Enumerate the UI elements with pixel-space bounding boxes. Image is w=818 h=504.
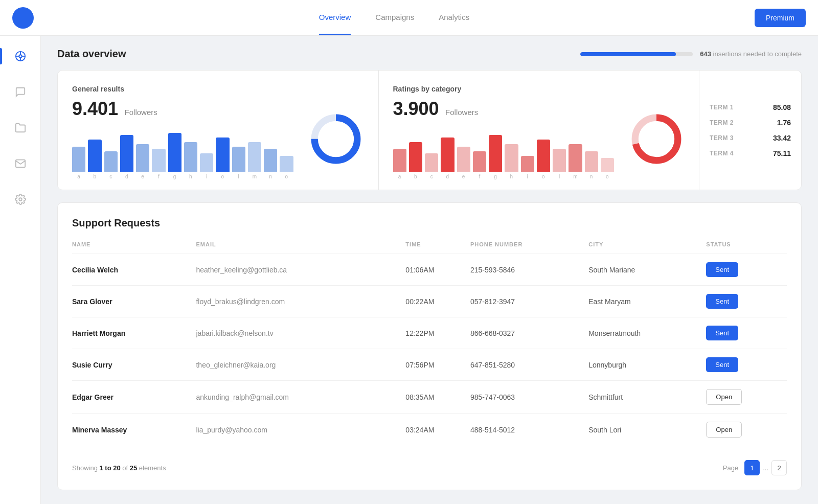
- sidebar-item-mail[interactable]: [10, 153, 31, 174]
- ratings-bar-0: [393, 149, 406, 172]
- general-bar-label-4: e: [136, 174, 149, 179]
- table-row-2: Harriett Morgan jabari.kilback@nelson.tv…: [72, 317, 787, 349]
- general-results-panel: General results 9.401 Followers abcdefgh…: [58, 71, 378, 190]
- cell-phone-5: 488-514-5012: [470, 414, 588, 446]
- term-row-0: TERM 185.08: [710, 103, 791, 111]
- cell-status-3[interactable]: Sent: [706, 349, 787, 381]
- cell-status-4[interactable]: Open: [706, 381, 787, 414]
- ratings-number: 3.900 Followers: [393, 98, 615, 120]
- page-1-button[interactable]: 1: [744, 460, 760, 475]
- general-bar-9: [216, 138, 229, 172]
- cell-time-3: 07:56PM: [405, 349, 470, 381]
- table-row-0: Cecilia Welch heather_keeling@gottlieb.c…: [72, 254, 787, 286]
- term-value-1: 1.76: [777, 119, 791, 127]
- cell-time-4: 08:35AM: [405, 381, 470, 414]
- ratings-donut: [628, 111, 685, 167]
- layout: Data overview 643 insertions needed to c…: [0, 36, 818, 504]
- cell-status-5[interactable]: Open: [706, 414, 787, 446]
- general-bar-chart: [72, 126, 293, 172]
- table-row-5: Minerva Massey lia_purdy@yahoo.com 03:24…: [72, 414, 787, 446]
- ratings-bar-label-7: h: [505, 174, 518, 179]
- general-bar-labels: abcdefghiolmno: [72, 174, 293, 179]
- general-bar-label-7: h: [184, 174, 197, 179]
- cell-city-4: Schmittfurt: [588, 381, 706, 414]
- cell-city-1: East Maryam: [588, 286, 706, 317]
- logo: [12, 7, 34, 29]
- general-bar-label-13: o: [280, 174, 293, 179]
- cell-email-3: theo_gleichner@kaia.org: [196, 349, 405, 381]
- pagination: Page 1 ... 2: [723, 460, 787, 475]
- general-bar-0: [72, 147, 85, 172]
- status-button-0[interactable]: Sent: [706, 262, 738, 277]
- cell-name-0: Cecilia Welch: [72, 254, 196, 286]
- cell-status-1[interactable]: Sent: [706, 286, 787, 317]
- general-bar-label-5: f: [152, 174, 165, 179]
- cell-status-2[interactable]: Sent: [706, 317, 787, 349]
- term-label-0: TERM 1: [710, 104, 734, 111]
- page-dots: ...: [763, 464, 768, 472]
- tab-campaigns[interactable]: Campaigns: [375, 1, 414, 35]
- col-email: EMAIL: [196, 241, 405, 254]
- status-button-3[interactable]: Sent: [706, 357, 738, 372]
- tab-overview[interactable]: Overview: [319, 1, 351, 35]
- term-value-2: 33.42: [773, 134, 791, 142]
- sidebar-item-settings[interactable]: [10, 189, 31, 210]
- page-2-button[interactable]: 2: [771, 460, 787, 475]
- ratings-bar-label-12: n: [585, 174, 598, 179]
- cell-phone-1: 057-812-3947: [470, 286, 588, 317]
- general-bar-label-9: o: [216, 174, 229, 179]
- sidebar-item-folder[interactable]: [10, 118, 31, 138]
- top-nav: Overview Campaigns Analytics Premium: [0, 0, 818, 36]
- ratings-bar-13: [601, 158, 614, 172]
- ratings-bar-6: [489, 135, 502, 172]
- support-title: Support Requests: [72, 217, 787, 229]
- charts-card: General results 9.401 Followers abcdefgh…: [57, 70, 802, 190]
- ratings-bar-label-8: i: [521, 174, 534, 179]
- nav-tabs: Overview Campaigns Analytics: [319, 1, 469, 35]
- col-status: STATUS: [706, 241, 787, 254]
- status-button-4[interactable]: Open: [706, 389, 742, 405]
- cell-phone-3: 647-851-5280: [470, 349, 588, 381]
- sidebar-item-palette[interactable]: [10, 46, 31, 66]
- status-button-2[interactable]: Sent: [706, 326, 738, 340]
- general-bar-8: [200, 153, 213, 172]
- term-row-1: TERM 21.76: [710, 119, 791, 127]
- general-bar-label-12: n: [264, 174, 277, 179]
- table-row-3: Susie Curry theo_gleichner@kaia.org 07:5…: [72, 349, 787, 381]
- ratings-bar-label-5: f: [473, 174, 486, 179]
- general-results-main: 9.401 Followers abcdefghiolmno: [72, 98, 364, 179]
- table-header: NAMEEMAILTIMEPHONE NUMBERCITYSTATUS: [72, 241, 787, 254]
- progress-bar-wrap: [580, 52, 693, 56]
- general-bar-3: [120, 135, 133, 172]
- cell-name-3: Susie Curry: [72, 349, 196, 381]
- sidebar-item-chat[interactable]: [10, 82, 31, 102]
- svg-point-6: [19, 198, 22, 201]
- table-body: Cecilia Welch heather_keeling@gottlieb.c…: [72, 254, 787, 446]
- ratings-bar-label-6: g: [489, 174, 502, 179]
- cell-name-4: Edgar Greer: [72, 381, 196, 414]
- tab-analytics[interactable]: Analytics: [439, 1, 469, 35]
- general-bar-label-6: g: [168, 174, 181, 179]
- ratings-bar-label-13: o: [601, 174, 614, 179]
- data-overview-title: Data overview: [57, 48, 126, 60]
- showing-text: Showing 1 to 20 of 25 elements: [72, 464, 166, 472]
- status-button-1[interactable]: Sent: [706, 294, 738, 309]
- general-bar-7: [184, 142, 197, 172]
- premium-button[interactable]: Premium: [755, 9, 806, 27]
- ratings-bar-3: [441, 138, 454, 172]
- cell-city-0: South Mariane: [588, 254, 706, 286]
- ratings-bar-7: [505, 144, 518, 172]
- ratings-bar-10: [553, 149, 566, 172]
- cell-status-0[interactable]: Sent: [706, 254, 787, 286]
- progress-bar-fill: [580, 52, 676, 56]
- main-content: Data overview 643 insertions needed to c…: [41, 36, 818, 504]
- general-bar-label-10: l: [232, 174, 245, 179]
- status-button-5[interactable]: Open: [706, 422, 742, 438]
- ratings-bar-12: [585, 151, 598, 172]
- general-bar-label-3: d: [120, 174, 133, 179]
- ratings-panel: Ratings by category 3.900 Followers abcd…: [378, 71, 699, 190]
- col-city: CITY: [588, 241, 706, 254]
- general-results-title: General results: [72, 85, 364, 93]
- general-donut: [308, 111, 364, 167]
- general-bar-label-2: c: [104, 174, 118, 179]
